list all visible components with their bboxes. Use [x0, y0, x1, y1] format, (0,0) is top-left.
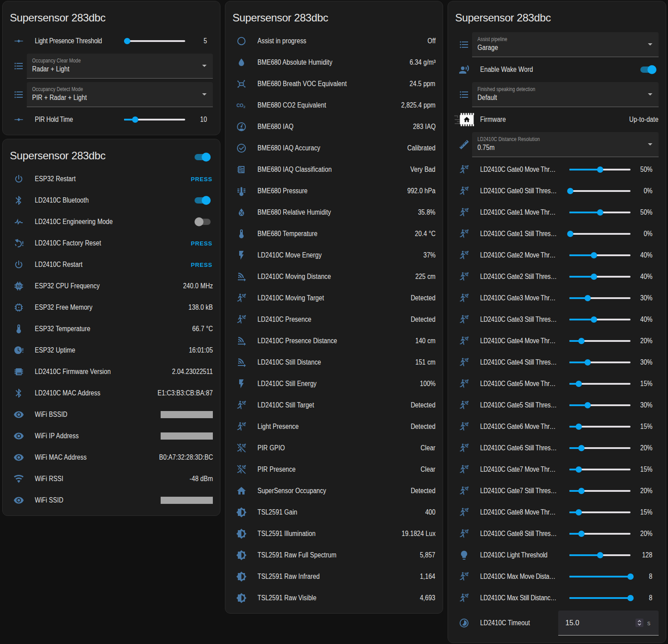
svg-text:32: 32: [17, 284, 21, 288]
svg-text:2: 2: [244, 105, 246, 109]
svg-text:CO: CO: [236, 103, 243, 108]
